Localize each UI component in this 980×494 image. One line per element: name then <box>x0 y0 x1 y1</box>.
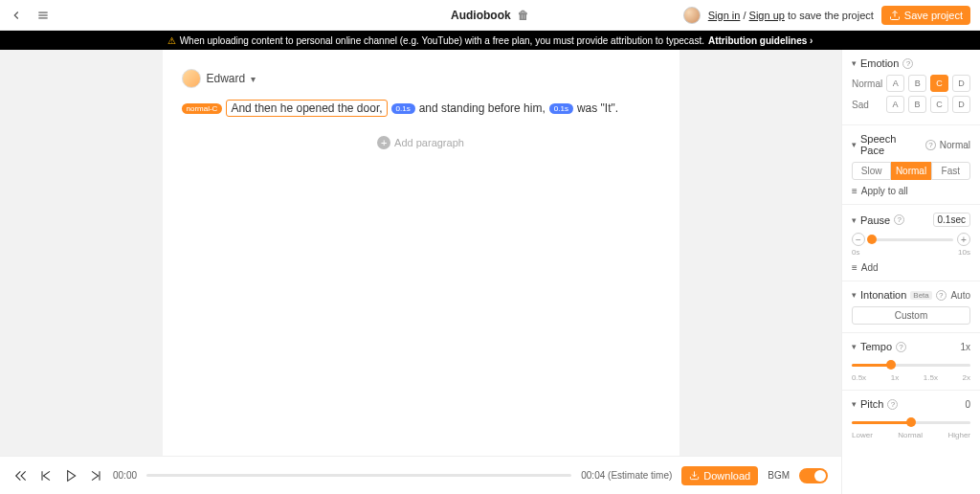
emotion-row-label: Normal <box>852 79 882 89</box>
pace-section: ▾Speech Pace?Normal SlowNormalFast ≡ App… <box>842 125 980 205</box>
current-time: 00:00 <box>113 470 137 481</box>
attribution-banner: ⚠ When uploading content to personal onl… <box>0 31 980 50</box>
player-bar: 00:00 00:04 (Estimate time) Download BGM <box>0 456 841 494</box>
script-line[interactable]: normal-C And then he opened the door, 0.… <box>182 100 660 117</box>
warning-icon: ⚠ <box>167 35 176 46</box>
plus-icon: + <box>377 136 390 149</box>
top-bar: Audiobook 🗑 Sign in / Sign up to save th… <box>0 0 980 31</box>
pace-option[interactable]: Normal <box>891 162 930 180</box>
bgm-toggle[interactable] <box>799 468 828 483</box>
properties-sidebar: ▾Emotion? NormalABCDSadABCD ▾Speech Pace… <box>841 50 980 494</box>
estimate-time: 00:04 (Estimate time) <box>581 470 672 481</box>
sign-up-link[interactable]: Sign up <box>749 10 785 21</box>
attribution-link[interactable]: Attribution guidelines › <box>708 35 813 46</box>
pause-slider[interactable] <box>869 238 953 241</box>
bgm-label: BGM <box>768 470 790 481</box>
emotion-option[interactable]: A <box>886 75 904 92</box>
play-icon[interactable] <box>63 468 78 483</box>
tempo-slider[interactable] <box>852 364 970 367</box>
download-button[interactable]: Download <box>681 466 758 485</box>
emotion-option[interactable]: C <box>930 75 948 92</box>
menu-icon[interactable] <box>36 9 50 22</box>
document-canvas: Edward ▾ normal-C And then he opened the… <box>163 50 679 494</box>
pause-section: ▾Pause?0.1sec − + 0s10s ≡ Add <box>842 205 980 281</box>
pause-pill[interactable]: 0.1s <box>549 103 573 114</box>
emotion-section: ▾Emotion? NormalABCDSadABCD <box>842 50 980 125</box>
next-icon[interactable] <box>88 468 103 483</box>
emotion-option[interactable]: D <box>952 75 970 92</box>
pause-minus-button[interactable]: − <box>852 233 865 246</box>
pace-option[interactable]: Slow <box>852 162 891 180</box>
chevron-down-icon: ▾ <box>251 74 256 84</box>
emotion-tag[interactable]: normal-C <box>182 103 223 114</box>
pitch-section: ▾Pitch?0 LowerNormalHigher <box>842 391 980 447</box>
emotion-option[interactable]: A <box>886 96 904 113</box>
prev-icon[interactable] <box>38 468 54 483</box>
help-icon[interactable]: ? <box>896 342 906 352</box>
emotion-option[interactable]: B <box>908 96 926 113</box>
text-segment[interactable]: was "It". <box>577 101 618 115</box>
help-icon[interactable]: ? <box>894 214 904 225</box>
add-paragraph-button[interactable]: + Add paragraph <box>182 136 660 149</box>
pitch-slider[interactable] <box>852 421 970 424</box>
sign-in-link[interactable]: Sign in <box>708 10 741 21</box>
pace-option[interactable]: Fast <box>931 162 970 180</box>
help-icon[interactable]: ? <box>925 140 936 150</box>
tempo-section: ▾Tempo?1x 0.5x1x1.5x2x <box>842 333 980 391</box>
progress-bar[interactable] <box>146 474 571 477</box>
pause-plus-button[interactable]: + <box>957 233 970 246</box>
pause-add-button[interactable]: ≡ Add <box>852 262 970 273</box>
emotion-option[interactable]: C <box>930 96 948 113</box>
text-segment-selected[interactable]: And then he opened the door, <box>226 100 387 117</box>
intonation-custom-button[interactable]: Custom <box>852 306 970 325</box>
back-icon[interactable] <box>10 9 23 22</box>
save-project-button[interactable]: Save project <box>881 6 970 25</box>
text-segment[interactable]: and standing before him, <box>419 101 546 115</box>
emotion-option[interactable]: B <box>908 75 926 92</box>
emotion-row-label: Sad <box>852 100 882 110</box>
speaker-avatar <box>182 69 201 88</box>
avatar[interactable] <box>683 7 701 24</box>
svg-marker-5 <box>68 470 76 481</box>
trash-icon: 🗑 <box>518 9 529 22</box>
help-icon[interactable]: ? <box>902 58 913 69</box>
apply-to-all-button[interactable]: ≡ Apply to all <box>852 186 970 196</box>
rewind-all-icon[interactable] <box>13 468 29 483</box>
help-icon[interactable]: ? <box>936 290 947 301</box>
help-icon[interactable]: ? <box>887 399 898 410</box>
speaker-selector[interactable]: Edward ▾ <box>182 69 660 88</box>
emotion-option[interactable]: D <box>952 96 970 113</box>
intonation-section: ▾IntonationBeta?Auto Custom <box>842 281 980 333</box>
pause-pill[interactable]: 0.1s <box>391 103 415 114</box>
auth-text: Sign in / Sign up to save the project <box>708 10 874 21</box>
